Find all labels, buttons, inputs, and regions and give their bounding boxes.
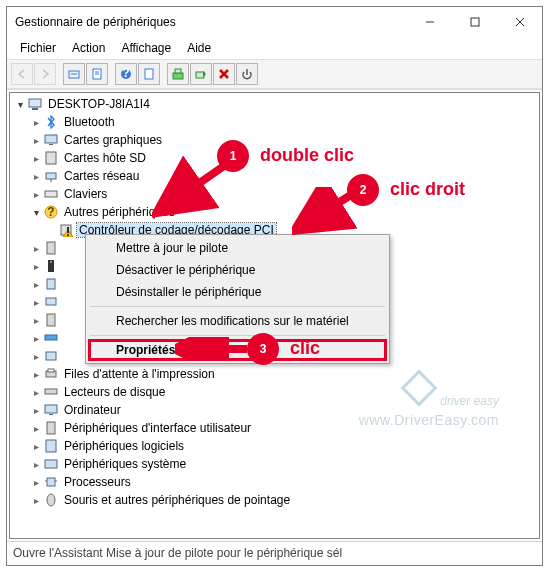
tree-item-processors[interactable]: ▸Processeurs: [14, 473, 539, 491]
tree-label: Périphériques logiciels: [62, 439, 186, 453]
svg-rect-21: [46, 152, 56, 164]
sd-icon: [43, 150, 59, 166]
svg-rect-43: [47, 422, 55, 434]
svg-rect-37: [46, 352, 56, 360]
expand-icon[interactable]: ▸: [30, 387, 43, 398]
status-text: Ouvre l'Assistant Mise à jour de pilote …: [13, 546, 342, 560]
expand-icon[interactable]: ▸: [30, 495, 43, 506]
annotation-arrow-3: [175, 337, 253, 361]
hid-icon: [43, 420, 59, 436]
disk-icon: [43, 384, 59, 400]
menu-action[interactable]: Action: [65, 39, 112, 57]
back-button[interactable]: [11, 63, 33, 85]
svg-text:?: ?: [47, 205, 54, 219]
forward-button[interactable]: [34, 63, 56, 85]
computer-icon: [43, 402, 59, 418]
watermark-url: www.DriverEasy.com: [359, 412, 499, 428]
tree-item-bluetooth[interactable]: ▸Bluetooth: [14, 113, 539, 131]
svg-rect-41: [45, 405, 57, 413]
update-driver-button[interactable]: [167, 63, 189, 85]
maximize-button[interactable]: [452, 8, 497, 36]
properties2-button[interactable]: [138, 63, 160, 85]
device-manager-window: Gestionnaire de périphériques Fichier Ac…: [6, 6, 543, 566]
watermark: driver easy www.DriverEasy.com: [359, 375, 499, 428]
expand-icon[interactable]: ▸: [30, 477, 43, 488]
svg-rect-12: [173, 73, 183, 79]
display-adapter-icon: [43, 132, 59, 148]
expand-icon[interactable]: ▸: [30, 135, 43, 146]
svg-rect-40: [45, 389, 57, 394]
svg-rect-1: [471, 18, 479, 26]
annotation-label-1: double clic: [260, 145, 354, 166]
software-icon: [43, 438, 59, 454]
show-hidden-button[interactable]: [63, 63, 85, 85]
menu-help[interactable]: Aide: [180, 39, 218, 57]
properties-button[interactable]: [86, 63, 108, 85]
cm-disable-device[interactable]: Désactiver le périphérique: [88, 259, 387, 281]
warning-device-icon: !: [58, 222, 74, 238]
title-bar: Gestionnaire de périphériques: [7, 7, 542, 37]
expand-icon[interactable]: ▸: [30, 405, 43, 416]
cm-uninstall-device[interactable]: Désinstaller le périphérique: [88, 281, 387, 303]
help-button[interactable]: ?: [115, 63, 137, 85]
expand-icon[interactable]: ▾: [14, 99, 27, 110]
menu-file[interactable]: Fichier: [13, 39, 63, 57]
svg-rect-33: [47, 279, 55, 289]
tree-label: Cartes réseau: [62, 169, 141, 183]
svg-rect-19: [45, 135, 57, 143]
expand-icon[interactable]: ▸: [30, 153, 43, 164]
svg-rect-42: [49, 414, 53, 415]
scan-hardware-button[interactable]: [190, 63, 212, 85]
svg-rect-11: [145, 69, 153, 79]
svg-rect-34: [46, 298, 56, 305]
tree-label: Files d'attente à l'impression: [62, 367, 217, 381]
close-button[interactable]: [497, 8, 542, 36]
expand-icon[interactable]: ▸: [30, 423, 43, 434]
svg-rect-30: [47, 242, 55, 254]
svg-text:?: ?: [122, 68, 129, 80]
disable-button[interactable]: [236, 63, 258, 85]
tree-label: Claviers: [62, 187, 109, 201]
svg-rect-36: [45, 335, 57, 340]
annotation-label-3: clic: [290, 338, 320, 359]
svg-rect-20: [49, 144, 53, 145]
annotation-label-2: clic droit: [390, 179, 465, 200]
question-icon: ?: [43, 204, 59, 220]
uninstall-button[interactable]: [213, 63, 235, 85]
cm-update-driver[interactable]: Mettre à jour le pilote: [88, 237, 387, 259]
network-icon: [43, 168, 59, 184]
bluetooth-icon: [43, 114, 59, 130]
svg-rect-13: [175, 69, 181, 73]
tool-bar: ?: [7, 59, 542, 89]
expand-icon[interactable]: ▸: [30, 459, 43, 470]
expand-icon[interactable]: ▾: [30, 207, 43, 218]
expand-icon[interactable]: ▸: [30, 171, 43, 182]
menu-view[interactable]: Affichage: [114, 39, 178, 57]
tree-label: Cartes graphiques: [62, 133, 164, 147]
system-icon: [43, 456, 59, 472]
status-bar: Ouvre l'Assistant Mise à jour de pilote …: [7, 541, 542, 565]
tree-item-mouse[interactable]: ▸Souris et autres périphériques de point…: [14, 491, 539, 509]
svg-rect-22: [46, 173, 56, 179]
tree-item-system[interactable]: ▸Périphériques système: [14, 455, 539, 473]
expand-icon[interactable]: ▸: [30, 189, 43, 200]
tree-root[interactable]: ▾ DESKTOP-J8IA1I4: [14, 95, 539, 113]
expand-icon[interactable]: ▸: [30, 117, 43, 128]
svg-point-49: [47, 494, 55, 506]
minimize-button[interactable]: [407, 8, 452, 36]
expand-icon[interactable]: ▸: [30, 441, 43, 452]
expand-icon[interactable]: ▸: [30, 369, 43, 380]
svg-rect-24: [45, 191, 57, 197]
tree-label: Périphériques d'interface utilisateur: [62, 421, 253, 435]
svg-rect-44: [46, 440, 56, 452]
tree-item-other-devices[interactable]: ▾?Autres périphériques: [14, 203, 539, 221]
svg-rect-45: [45, 460, 57, 468]
keyboard-icon: [43, 186, 59, 202]
tree-label: Bluetooth: [62, 115, 117, 129]
tree-label: Cartes hôte SD: [62, 151, 148, 165]
tree-label: Processeurs: [62, 475, 133, 489]
cm-separator: [90, 306, 385, 307]
cm-scan-hardware[interactable]: Rechercher les modifications sur le maté…: [88, 310, 387, 332]
tree-item-software[interactable]: ▸Périphériques logiciels: [14, 437, 539, 455]
svg-point-32: [50, 261, 52, 263]
